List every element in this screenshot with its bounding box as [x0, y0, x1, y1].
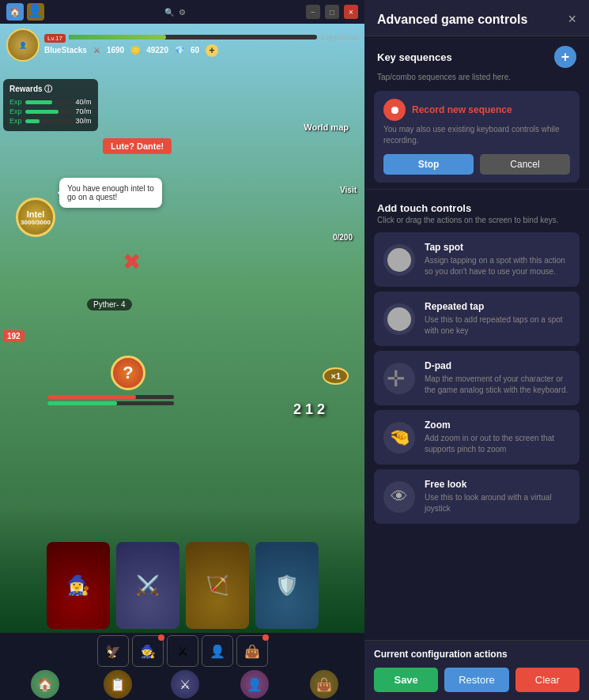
minimize-button[interactable]: −: [306, 5, 320, 19]
title-bar: 🏠 👤 🔍 ⚙ − □ ×: [0, 0, 364, 24]
clear-button[interactable]: Clear: [515, 668, 580, 692]
cancel-button[interactable]: Cancel: [480, 154, 570, 175]
nav-tab-character[interactable]: 👤 Character: [239, 670, 270, 700]
rewards-title: Rewards ⓘ: [9, 84, 92, 95]
quick-item-3[interactable]: ⚔: [167, 635, 198, 667]
restore-button[interactable]: Restore: [444, 668, 508, 692]
add-sequence-button[interactable]: +: [554, 46, 576, 68]
quick-item-1[interactable]: 🦅: [97, 635, 129, 667]
repeated-circle: [387, 307, 411, 331]
dpad-card[interactable]: D-pad Map the movement of your character…: [374, 351, 580, 405]
touch-controls-title: Add touch controls: [377, 202, 576, 214]
character-witch: 🧙‍♀️: [47, 542, 110, 629]
record-title: Record new sequence: [412, 104, 512, 115]
dpad-name: D-pad: [425, 360, 570, 371]
coin-icon: 🪙: [130, 46, 140, 55]
close-button[interactable]: ×: [344, 5, 358, 19]
nav-tab-home[interactable]: 🏠 Home Page: [26, 670, 64, 700]
hp-bars: [47, 395, 174, 408]
crossed-swords-icon: ✖: [123, 249, 141, 275]
panel-content[interactable]: Key sequences + Tap/combo sequences are …: [364, 36, 589, 640]
exp-value: 6389/16400: [320, 34, 358, 42]
hp-bar-red: [47, 395, 136, 399]
lute-banner[interactable]: Lute? Dante!: [103, 138, 172, 154]
exp-label-3: Exp: [9, 117, 22, 125]
zoom-icon: 🤏: [383, 422, 415, 453]
dpad-cross: [387, 366, 412, 391]
repeated-tap-name: Repeated tap: [425, 301, 570, 312]
repeated-tap-card[interactable]: Repeated tap Use this to add repeated ta…: [374, 292, 580, 346]
rewards-panel: Rewards ⓘ Exp 40/m Exp 70/m Exp 30/m: [3, 79, 98, 131]
speech-bubble: You have enough intel to go on a quest!: [59, 178, 162, 208]
exp-label-2: Exp: [9, 107, 22, 115]
exp-label: Exp: [9, 98, 22, 106]
hp-bar-green: [47, 401, 117, 405]
quest-marker[interactable]: ?: [111, 356, 145, 390]
player-name: BlueStacks: [44, 46, 87, 55]
nav-home-icon: 🏠: [31, 670, 59, 698]
zoom-card[interactable]: 🤏 Zoom Add zoom in or out to the screen …: [374, 410, 580, 465]
panel-close-button[interactable]: ×: [568, 11, 576, 28]
quick-items: 🦅 🧙 ⚔ 👤 👜: [0, 633, 364, 667]
freelook-name: Free look: [425, 479, 570, 490]
zoom-desc: Add zoom in or out to the screen that su…: [425, 433, 570, 455]
speech-text: You have enough intel to go on a quest!: [67, 184, 154, 201]
current-config-section: Current configuration actions Save Resto…: [364, 640, 589, 700]
home-icon[interactable]: 🏠: [6, 3, 24, 21]
badge-0200: 0/200: [333, 233, 353, 242]
search-icon[interactable]: 🔍: [164, 8, 174, 17]
panel-header: Advanced game controls ×: [364, 0, 589, 36]
freelook-card[interactable]: 👁 Free look Use this to look around with…: [374, 469, 580, 524]
level-badge: Lv.17: [44, 34, 66, 43]
quick-item-5[interactable]: 👜: [236, 635, 268, 667]
player-avatar-small: 👤: [27, 3, 44, 21]
quick-item-4[interactable]: 👤: [202, 635, 233, 667]
settings-icon[interactable]: ⚙: [179, 8, 186, 17]
tap-circle: [387, 248, 411, 272]
panel-title: Advanced game controls: [377, 13, 527, 27]
tap-spot-card[interactable]: Tap spot Assign tapping on a spot with t…: [374, 232, 580, 287]
dpad-icon: [383, 363, 415, 394]
dpad-desc: Map the movement of your character or th…: [425, 374, 570, 396]
gem-icon: 💎: [175, 46, 184, 55]
config-title: Current configuration actions: [374, 649, 580, 660]
freelook-symbol: 👁: [391, 487, 408, 507]
reward-val-2: 70/m: [76, 107, 92, 115]
badge-192: 192: [3, 330, 25, 342]
freelook-icon: 👁: [383, 481, 415, 513]
config-buttons: Save Restore Clear: [374, 668, 580, 692]
character-archer: 🏹: [186, 542, 249, 629]
tap-spot-desc: Assign tapping on a spot with this actio…: [425, 255, 570, 277]
key-sequences-title: Key sequences: [377, 51, 452, 63]
character-knight: ⚔️: [116, 542, 179, 629]
intel-count: 3000/3000: [21, 219, 51, 226]
save-button[interactable]: Save: [374, 668, 438, 692]
nav-tab-battle[interactable]: ⚔ Battle: [171, 670, 199, 700]
battle-area: 🧙‍♀️ ⚔️ 🏹 🛡️: [0, 506, 364, 633]
character-warrior: 🛡️: [255, 542, 319, 629]
stop-button[interactable]: Stop: [383, 154, 474, 175]
intel-badge: Intel 3000/3000: [16, 198, 55, 237]
tap-spot-name: Tap spot: [425, 242, 570, 253]
nav-tab-bag[interactable]: 👜 Bag: [310, 670, 338, 700]
repeated-tap-icon: [383, 303, 415, 335]
nav-quest-icon: 📋: [104, 670, 132, 698]
key-sequences-section-header: Key sequences +: [364, 36, 589, 73]
gem-value: 60: [191, 46, 199, 55]
key-sequences-desc: Tap/combo sequences are listed here.: [364, 73, 589, 88]
maximize-button[interactable]: □: [325, 5, 339, 19]
touch-controls-header: Add touch controls Click or drag the act…: [364, 193, 589, 228]
nav-bag-icon: 👜: [310, 670, 338, 698]
divider-1: [364, 189, 589, 190]
record-card: ⏺ Record new sequence You may also use e…: [374, 91, 580, 183]
tap-spot-icon: [383, 244, 415, 276]
add-currency-button[interactable]: +: [206, 44, 218, 57]
nav-battle-icon: ⚔: [171, 670, 199, 698]
visit-label[interactable]: Visit: [340, 186, 357, 194]
panel-area: Advanced game controls × Key sequences +…: [364, 0, 589, 700]
quick-item-2[interactable]: 🧙: [132, 635, 164, 667]
nav-tab-quests[interactable]: 📋 Quests: [104, 670, 132, 700]
score-display: 2 1 2: [293, 401, 325, 418]
zoom-name: Zoom: [425, 420, 570, 431]
coin-value: 49220: [146, 46, 168, 55]
